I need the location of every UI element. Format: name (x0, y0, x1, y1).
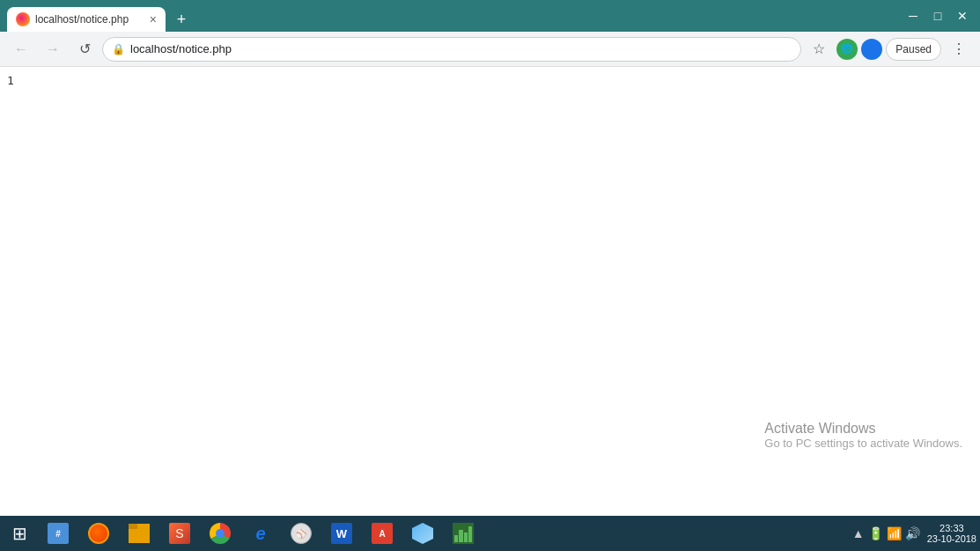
nav-actions: ☆ 🌐 Paused ⋮ (805, 35, 973, 63)
sublime-icon: S (169, 523, 190, 544)
bookmark-button[interactable]: ☆ (805, 35, 833, 63)
taskbar-app-acrobat[interactable]: A (363, 518, 402, 549)
reload-button[interactable]: ↺ (70, 35, 99, 63)
taskbar-app-files[interactable] (120, 518, 158, 549)
address-text: localhost/notice.php (130, 42, 792, 55)
firefox-icon (88, 523, 109, 544)
graph-icon (453, 523, 474, 544)
volume-icon[interactable]: 🔊 (905, 526, 920, 540)
active-tab[interactable]: localhost/notice.php × (7, 7, 166, 32)
minimize-button[interactable]: ─ (903, 5, 924, 26)
windows-icon: ⊞ (12, 523, 27, 544)
nav-bar: ← → ↺ 🔒 localhost/notice.php ☆ 🌐 Paused … (0, 32, 980, 67)
calculator-icon: # (48, 523, 69, 544)
world-icon: 🌐 (836, 39, 858, 60)
taskbar-app-graph[interactable] (444, 518, 483, 549)
address-bar[interactable]: 🔒 localhost/notice.php (102, 37, 801, 62)
paused-button[interactable]: Paused (886, 38, 941, 61)
taskbar-app-crystal[interactable] (403, 518, 442, 549)
tray-expand-icon[interactable]: ▲ (852, 526, 865, 540)
battery-icon[interactable]: 🔋 (868, 526, 883, 540)
network-icon[interactable]: 📶 (887, 526, 902, 540)
systray: ▲ 🔋 📶 🔊 (845, 526, 927, 540)
crystal-icon (412, 523, 433, 544)
page-content: 1 Activate Windows Go to PC settings to … (0, 67, 980, 516)
profile-icon[interactable] (861, 39, 882, 60)
address-lock-icon: 🔒 (112, 43, 125, 55)
taskbar-app-ie[interactable]: e (241, 518, 280, 549)
taskbar-clock[interactable]: 23:33 23-10-2018 (927, 523, 976, 544)
files-icon (129, 523, 150, 544)
window-controls: ─ □ ✕ (903, 5, 973, 26)
taskbar-app-chrome[interactable] (201, 518, 239, 549)
taskbar-app-firefox[interactable] (79, 518, 118, 549)
activate-windows-title: Activate Windows (764, 421, 962, 437)
back-button[interactable]: ← (7, 35, 35, 63)
title-bar: localhost/notice.php × + ─ □ ✕ (0, 0, 980, 32)
activate-windows-subtitle: Go to PC settings to activate Windows. (764, 437, 962, 450)
taskbar-apps: # S (39, 518, 483, 549)
baseball-icon: ⚾ (291, 523, 312, 544)
acrobat-icon: A (372, 523, 393, 544)
taskbar-app-sublime[interactable]: S (160, 518, 199, 549)
close-button[interactable]: ✕ (952, 5, 973, 26)
menu-button[interactable]: ⋮ (945, 35, 973, 63)
start-button[interactable]: ⊞ (4, 518, 35, 549)
maximize-button[interactable]: □ (927, 5, 948, 26)
tab-bar: localhost/notice.php × + (7, 0, 903, 32)
ie-icon: e (250, 523, 271, 544)
taskbar-app-calculator[interactable]: # (39, 518, 77, 549)
taskbar-app-word[interactable]: W (322, 518, 361, 549)
forward-button[interactable]: → (39, 35, 67, 63)
clock-date: 23-10-2018 (927, 533, 976, 544)
browser-window: localhost/notice.php × + ─ □ ✕ ← → ↺ 🔒 l… (0, 0, 980, 551)
taskbar: ⊞ # (0, 516, 980, 551)
line-number: 1 (7, 74, 14, 87)
chrome-icon (210, 523, 231, 544)
activate-windows-watermark: Activate Windows Go to PC settings to ac… (764, 421, 962, 450)
tab-title: localhost/notice.php (35, 13, 144, 26)
new-tab-button[interactable]: + (169, 7, 194, 32)
tab-favicon (16, 12, 30, 26)
tab-close-button[interactable]: × (150, 13, 157, 26)
word-icon: W (331, 523, 352, 544)
clock-time: 23:33 (939, 523, 964, 533)
taskbar-app-baseball[interactable]: ⚾ (282, 518, 321, 549)
